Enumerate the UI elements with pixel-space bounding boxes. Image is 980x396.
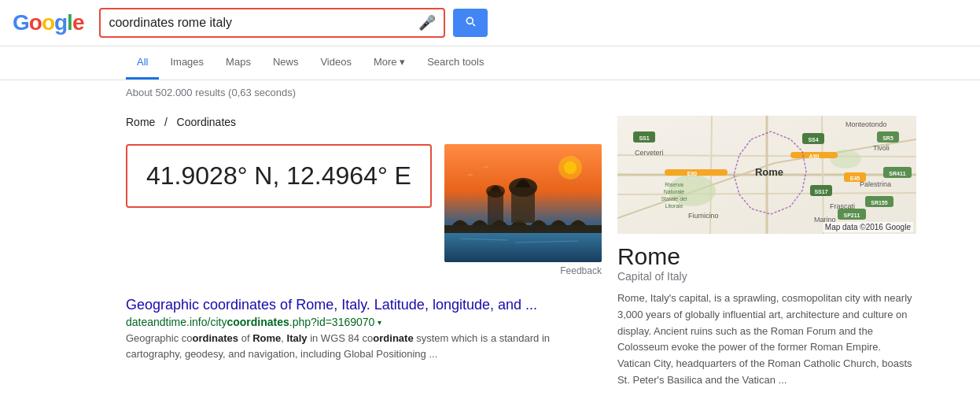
svg-text:SS17: SS17 (814, 189, 827, 194)
logo-o2: o (42, 10, 54, 35)
nav-tabs: All Images Maps News Videos More ▾ Searc… (0, 46, 980, 80)
breadcrumb-base: Rome (126, 116, 155, 128)
coordinates-result: 41.9028° N, 12.4964° E (126, 136, 602, 287)
rome-map-svg: E80 A90 SS1 SR411 SS4 SS17 E45 (617, 116, 916, 234)
breadcrumb-sep: / (164, 116, 168, 128)
logo-l: l (67, 10, 72, 35)
result-snippet: Geographic coordinates of Rome, Italy in… (126, 331, 602, 361)
svg-text:SR411: SR411 (889, 171, 906, 176)
coordinates-value: 41.9028° N, 12.4964° E (146, 161, 411, 190)
svg-point-10 (564, 161, 577, 174)
main-content: Rome / Coordinates 41.9028° N, 12.4964° … (0, 105, 980, 389)
results-count-text: About 502.000 results (0,63 seconds) (126, 87, 296, 98)
map-container[interactable]: E80 A90 SS1 SR411 SS4 SS17 E45 (617, 116, 916, 234)
svg-rect-4 (444, 225, 602, 233)
right-column: E80 A90 SS1 SR411 SS4 SS17 E45 (617, 105, 916, 389)
tab-more[interactable]: More ▾ (363, 46, 416, 80)
mic-icon[interactable]: 🎤 (418, 14, 436, 31)
svg-text:E80: E80 (687, 171, 698, 176)
result-url: dateandtime.info/citycoordinates.php?id=… (126, 316, 602, 328)
search-input[interactable] (109, 16, 412, 30)
map-credit: Map data ©2016 Google (823, 222, 913, 232)
feedback-text[interactable]: Feedback (560, 262, 602, 279)
results-count: About 502.000 results (0,63 seconds) (0, 80, 980, 105)
result-url-text: dateandtime.info/citycoordinates.php?id=… (126, 316, 374, 328)
search-icon (464, 15, 477, 28)
logo-g: G (13, 10, 29, 35)
svg-text:Monteotondo: Monteotondo (846, 120, 887, 128)
svg-text:Frascati: Frascati (830, 202, 855, 210)
tab-search-tools[interactable]: Search tools (416, 46, 495, 80)
header: Google 🎤 (0, 0, 980, 46)
tab-images[interactable]: Images (159, 46, 215, 80)
search-button[interactable] (453, 9, 488, 37)
svg-text:SR155: SR155 (871, 200, 888, 205)
svg-text:Fiumicino: Fiumicino (688, 212, 719, 220)
search-bar[interactable]: 🎤 (99, 8, 445, 38)
city-description: Rome, Italy's capital, is a sprawling, c… (617, 291, 916, 389)
logo-e: e (72, 10, 84, 35)
svg-text:SS4: SS4 (808, 137, 818, 142)
svg-text:Cerveteri: Cerveteri (635, 149, 664, 157)
google-logo: Google (13, 10, 83, 35)
svg-text:SR5: SR5 (882, 135, 893, 141)
svg-text:E45: E45 (850, 176, 860, 181)
tab-news[interactable]: News (262, 46, 310, 80)
breadcrumb: Rome / Coordinates (126, 105, 602, 136)
svg-text:SP211: SP211 (843, 213, 860, 218)
tab-maps[interactable]: Maps (215, 46, 262, 80)
tab-all[interactable]: All (126, 46, 159, 80)
svg-text:Litorale: Litorale (665, 203, 683, 209)
result-title[interactable]: Geographic coordinates of Rome, Italy. L… (126, 297, 537, 313)
svg-text:Tivoli: Tivoli (873, 144, 890, 152)
city-subtitle: Capital of Italy (617, 270, 916, 283)
svg-rect-1 (444, 231, 602, 262)
svg-text:Rome: Rome (755, 166, 783, 178)
search-result-1: Geographic coordinates of Rome, Italy. L… (126, 287, 602, 371)
svg-text:Riserva: Riserva (665, 182, 683, 187)
logo-g2: g (54, 10, 67, 35)
svg-text:SS1: SS1 (639, 135, 649, 141)
rome-photo (444, 144, 602, 262)
left-column: Rome / Coordinates 41.9028° N, 12.4964° … (126, 105, 602, 389)
tab-videos[interactable]: Videos (309, 46, 363, 80)
url-arrow-icon: ▾ (378, 318, 381, 327)
logo-o1: o (29, 10, 42, 35)
city-name: Rome (617, 243, 916, 270)
rome-photo-svg (444, 144, 602, 262)
svg-text:A90: A90 (809, 154, 820, 159)
svg-text:Palestrina: Palestrina (860, 180, 891, 188)
svg-text:Naturale: Naturale (664, 189, 685, 194)
svg-text:Statale del: Statale del (661, 196, 687, 202)
breadcrumb-current: Coordinates (177, 116, 237, 128)
coordinates-box: 41.9028° N, 12.4964° E (126, 144, 432, 208)
